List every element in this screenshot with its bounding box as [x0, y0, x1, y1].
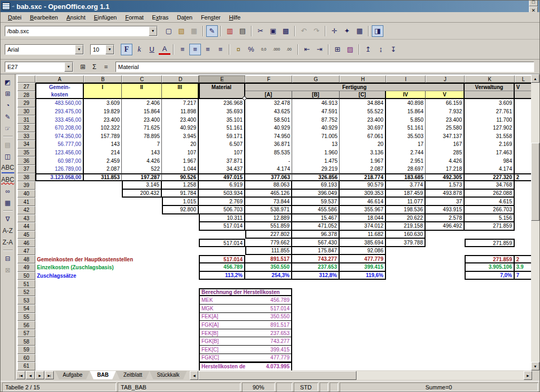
cell-H40[interactable]: 309.353 [340, 190, 386, 198]
standard-format-button[interactable]: 0,0 [258, 44, 269, 55]
cell-C32[interactable]: 71.625 [122, 124, 162, 132]
sheet-tab-zeitblatt[interactable]: Zeitblatt [116, 371, 150, 379]
new-document-icon[interactable]: ▢ [163, 25, 175, 37]
align-center-button[interactable]: ≡ [189, 44, 201, 55]
cell-D32[interactable]: 40.929 [162, 124, 199, 132]
menu-daten[interactable]: Daten [173, 13, 197, 22]
cell-B28[interactable] [84, 91, 122, 100]
autoformat-icon[interactable]: ◫ [2, 151, 14, 162]
spreadsheet-area[interactable]: ABCDEFGHIJKL27Gemein-IIIIIIMaterialFerti… [16, 74, 532, 370]
cell-A38[interactable]: 3.123.058,00 [35, 173, 84, 182]
draw-functions-icon[interactable]: ✎ [2, 111, 14, 122]
sort-ascending-icon[interactable]: A-Z [2, 225, 14, 236]
cell-E52[interactable]: Berechnung der Herstellkosten [199, 288, 292, 297]
cell-L38[interactable]: 2 [515, 173, 532, 182]
cell-F45[interactable]: 227.802 [245, 231, 292, 239]
align-right-button[interactable]: ≡ [202, 44, 214, 55]
cell-J39[interactable]: 1.573 [426, 181, 465, 190]
cell-A31[interactable]: 333.456,00 [35, 115, 84, 124]
cell-H36[interactable]: 1.967 [340, 156, 386, 165]
cell-F55[interactable]: 350.550 [245, 313, 292, 321]
cell-K31[interactable]: 11.700 [465, 115, 515, 124]
cell-C40[interactable]: 200.432 [122, 190, 162, 198]
row-header-39[interactable]: 39 [17, 181, 35, 190]
cell-D33[interactable]: 3.945 [162, 132, 199, 141]
delete-decimal-button[interactable]: .00 [283, 44, 295, 55]
cell-H37[interactable]: 2.087 [340, 165, 386, 173]
cell-K44[interactable]: 271.859 [465, 222, 515, 231]
cell-E58[interactable]: FGK[B] [199, 337, 245, 346]
cell-J44[interactable]: 496.492 [426, 222, 465, 231]
cell-E61[interactable]: Herstellkosten der Periode [199, 362, 245, 370]
cell-H44[interactable]: 374.012 [340, 222, 386, 231]
cell-H31[interactable]: 23.400 [340, 115, 386, 124]
cell-G36[interactable]: 1.475 [292, 156, 340, 165]
cell-F48[interactable]: 891.517 [245, 255, 292, 263]
cell-I38[interactable]: 183.685 [386, 173, 426, 182]
row-header-49[interactable]: 49 [17, 263, 35, 272]
cell-C33[interactable]: 78.895 [122, 132, 162, 141]
cell-C38[interactable]: 197.287 [122, 173, 162, 182]
cell-A32[interactable]: 670.208,00 [35, 124, 84, 132]
cell-D41[interactable]: 1.015 [162, 198, 199, 206]
cell-I43[interactable]: 20.622 [386, 214, 426, 223]
cell-E32[interactable]: 51.161 [199, 124, 245, 132]
cell-E46[interactable]: 517.014 [199, 239, 245, 247]
font-name-combo[interactable]: ▼ [5, 44, 84, 55]
row-header-27[interactable]: 27 [17, 83, 35, 91]
cell-F49[interactable]: 350.550 [245, 263, 292, 272]
cell-D38[interactable]: 90.526 [162, 173, 199, 182]
cell-I45[interactable]: 160.630 [386, 231, 426, 239]
font-name-input[interactable] [5, 45, 75, 54]
cell-J38[interactable]: 492.305 [426, 173, 465, 182]
maximize-button[interactable]: □ [529, 0, 538, 6]
underline-button[interactable]: U [146, 44, 158, 55]
select-all-corner[interactable] [17, 75, 35, 83]
cell-E59[interactable]: FEK[C] [199, 346, 245, 354]
cell-C28[interactable] [122, 91, 162, 100]
cell-I41[interactable]: 11.077 [386, 198, 426, 206]
cell-F40[interactable]: 465.126 [245, 190, 292, 198]
save-icon[interactable]: ▦ [188, 25, 200, 37]
row-header-60[interactable]: 60 [17, 354, 35, 362]
cell-K41[interactable]: 4.615 [465, 198, 515, 206]
row-header-47[interactable]: 47 [17, 247, 35, 256]
cell-L49[interactable]: 3.9 [515, 263, 532, 272]
cell-E30[interactable]: 35.693 [199, 107, 245, 116]
increase-indent-button[interactable]: ⇥ [314, 44, 325, 55]
cell-E34[interactable]: 6.507 [199, 140, 245, 149]
italic-button[interactable]: k [133, 44, 145, 55]
cell-B29[interactable]: 3.609 [84, 99, 122, 107]
cell-J28[interactable]: V [426, 91, 465, 100]
cell-I46[interactable]: 379.788 [386, 239, 426, 247]
cell-I40[interactable]: 187.459 [386, 190, 426, 198]
percent-button[interactable]: % [245, 44, 257, 55]
cell-F37[interactable]: 4.174 [245, 165, 292, 173]
cell-C39[interactable]: 3.145 [122, 181, 162, 190]
open-icon[interactable]: ▧ [176, 25, 187, 37]
cell-D28[interactable] [162, 91, 199, 100]
decrease-indent-button[interactable]: ⇤ [301, 44, 313, 55]
cell-F42[interactable]: 538.971 [245, 206, 292, 214]
sum-button[interactable]: Σ [89, 62, 100, 72]
cell-H47[interactable]: 92.086 [340, 247, 386, 256]
cell-F57[interactable]: 237.653 [245, 329, 292, 338]
cell-K43[interactable]: 5.156 [465, 214, 515, 223]
cell-G32[interactable]: 40.929 [292, 124, 340, 132]
cell-K33[interactable]: 31.558 [465, 132, 515, 141]
cell-E35[interactable]: 107 [199, 149, 245, 157]
row-header-38[interactable]: 38 [17, 173, 35, 182]
align-bottom-button[interactable]: ↧ [388, 44, 399, 55]
cell-G33[interactable]: 71.005 [292, 132, 340, 141]
cell-B34[interactable]: 143 [84, 140, 122, 149]
cell-K48[interactable]: 271.859 [465, 255, 515, 263]
first-sheet-button[interactable]: |◀ [16, 371, 25, 379]
cell-G42[interactable]: 455.586 [292, 206, 340, 214]
row-header-41[interactable]: 41 [17, 198, 35, 206]
font-size-combo[interactable]: ▼ [90, 44, 114, 55]
cell-E36[interactable]: 37.871 [199, 156, 245, 165]
column-header-I[interactable]: I [386, 75, 426, 83]
cell-D37[interactable]: 1.044 [162, 165, 199, 173]
data-sources-icon[interactable]: ▦ [2, 197, 14, 208]
cell-F32[interactable]: 40.929 [245, 124, 292, 132]
